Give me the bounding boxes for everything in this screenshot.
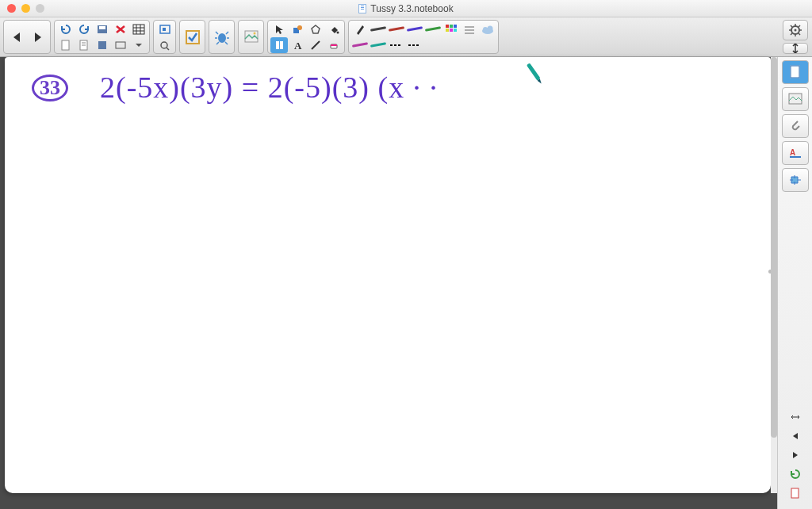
menu-dropdown[interactable] [130,37,147,53]
document-icon [358,4,366,13]
svg-rect-3 [62,40,69,50]
pen-black[interactable] [370,21,387,37]
svg-rect-21 [331,44,337,46]
gallery-button[interactable] [241,21,262,52]
save-button[interactable] [94,21,111,37]
view-group [153,20,176,54]
svg-point-29 [483,27,488,32]
eraser-tool[interactable] [325,37,343,53]
window-title-text: Tussy 3.3.notebook [370,3,453,14]
open-button[interactable] [75,37,93,53]
pen-tool[interactable] [351,21,369,37]
svg-rect-24 [454,25,457,28]
svg-point-13 [253,32,255,34]
check-group [179,20,205,54]
tab-page-sorter[interactable] [782,60,809,84]
svg-rect-2 [133,25,144,34]
capture-button[interactable] [156,21,174,37]
tab-properties[interactable]: A [782,141,809,165]
svg-rect-8 [163,28,166,31]
screen-button[interactable] [112,37,129,53]
undo-button[interactable] [57,21,75,37]
notebook-page[interactable]: 33 2(-5x)(3y) = 2(-5)(3) (x · · [5,57,771,493]
canvas-area: 33 2(-5x)(3y) = 2(-5)(3) (x · · [0,57,777,509]
side-panel: A [777,57,812,509]
creature-group [209,20,235,54]
problem-number: 33 [32,75,68,101]
creature-tool[interactable] [212,21,232,52]
pen-cursor-icon [527,63,543,84]
pen-blue[interactable] [406,21,423,37]
svg-rect-25 [446,29,449,32]
gallery-group [238,20,264,54]
titlebar: Tussy 3.3.notebook [0,0,812,17]
tab-gallery[interactable] [782,87,809,111]
svg-rect-6 [116,42,125,48]
svg-point-16 [336,31,339,33]
select-tool[interactable] [270,37,288,53]
select-tools-group: A [267,20,345,54]
handwriting-equation: 2(-5x)(3y) = 2(-5)(3) (x · · [100,70,438,105]
settings-button[interactable] [783,20,808,40]
toolbar-right [780,17,810,56]
redo-button[interactable] [75,21,93,37]
pen-dash2[interactable] [406,37,423,53]
text-tool[interactable]: A [289,37,306,53]
poly-tool[interactable] [307,21,324,37]
problem-number-text: 33 [40,76,60,100]
file-group [54,20,150,54]
save-as-button[interactable] [94,37,111,53]
expand-button[interactable] [783,43,808,54]
delete-button[interactable] [112,21,129,37]
scrollbar-track[interactable] [771,57,777,493]
scrollbar-thumb[interactable] [771,57,777,438]
svg-point-9 [161,42,167,48]
svg-rect-5 [98,41,106,49]
cloud-button[interactable] [479,21,496,37]
svg-rect-23 [450,25,453,28]
zoom-button[interactable] [156,37,174,53]
side-next[interactable] [787,448,803,462]
svg-rect-33 [791,66,799,78]
tab-addons[interactable] [782,168,809,192]
svg-point-15 [297,25,302,30]
table-button[interactable] [130,21,147,37]
pen-red[interactable] [388,21,405,37]
side-refresh[interactable] [787,467,803,481]
side-resize[interactable] [787,410,803,424]
tab-attachments[interactable] [782,114,809,138]
window-title: Tussy 3.3.notebook [0,3,812,14]
svg-point-30 [487,25,492,31]
back-button[interactable] [6,21,27,53]
side-link[interactable] [787,486,803,500]
svg-rect-1 [99,26,105,29]
svg-point-11 [218,33,226,43]
new-page-button[interactable] [57,37,75,53]
color-grid[interactable] [442,21,460,37]
side-prev[interactable] [787,429,803,443]
pointer-tool[interactable] [270,21,288,37]
svg-rect-27 [454,29,457,32]
svg-rect-18 [280,41,283,49]
line-tool[interactable] [307,37,324,53]
svg-text:A: A [294,40,302,51]
fill-tool[interactable] [325,21,343,37]
pen-dash1[interactable] [388,37,405,53]
svg-rect-10 [186,31,199,44]
checkbox-tool[interactable] [182,21,203,52]
line-style[interactable] [461,21,478,37]
pen-green[interactable] [424,21,442,37]
nav-group [3,20,51,54]
pens-group [348,20,499,54]
svg-rect-17 [276,41,279,49]
forward-button[interactable] [28,21,48,53]
pen-teal[interactable] [370,37,387,53]
pen-magenta[interactable] [351,37,369,53]
shape-tool[interactable] [289,21,306,37]
svg-rect-26 [450,29,453,32]
svg-text:A: A [790,148,795,157]
svg-rect-37 [791,488,799,498]
svg-rect-22 [446,25,449,28]
toolbar: A [0,17,812,57]
svg-point-32 [795,29,797,32]
